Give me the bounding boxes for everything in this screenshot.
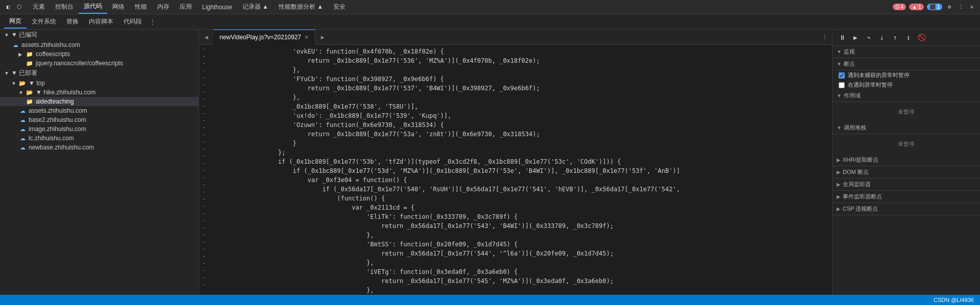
event-section-header[interactable]: ▶ 事件监听器断点 xyxy=(832,191,980,203)
diff-marker xyxy=(199,288,209,295)
scope-arrow-icon: ▼ xyxy=(837,93,842,98)
tree-item-jquery-nanoscroller[interactable]: 📁 jquery.nanoscroller/coffeescripts xyxy=(0,59,199,68)
event-arrow-icon: ▶ xyxy=(837,194,841,199)
folder-icon: 📁 xyxy=(26,98,34,105)
watch-section-header[interactable]: ▼ 监视 xyxy=(832,46,980,58)
scope-section-header[interactable]: ▼ 作用域 xyxy=(832,90,980,102)
tree-item-image[interactable]: ☁ image.zhihuishu.com xyxy=(0,124,199,134)
sec-nav-webpage[interactable]: 网页 xyxy=(4,15,27,29)
tab-scroll-left[interactable]: ◀ xyxy=(199,34,213,41)
deactivate-btn[interactable]: 🚫 xyxy=(916,32,927,43)
tab-scroll-right[interactable]: ▶ xyxy=(315,34,330,41)
nav-memory[interactable]: 内存 xyxy=(152,1,175,13)
tree-label: base2.zhihuishu.com xyxy=(29,116,86,123)
tree-item-lc[interactable]: ☁ lc.zhihuishu.com xyxy=(0,134,199,143)
secondary-nav-more[interactable]: ⋮ xyxy=(149,18,156,26)
diff-marker: - xyxy=(199,95,209,102)
code-line: 'ovkEU': function(_0x4f070b, _0x18f02e) … xyxy=(230,47,832,56)
diff-marker: - xyxy=(199,66,209,73)
line-number xyxy=(209,175,226,185)
diff-marker: - xyxy=(199,131,209,138)
pause-btn[interactable]: ⏸ xyxy=(837,32,848,43)
line-number xyxy=(209,157,226,166)
step-into-btn[interactable]: ↓ xyxy=(876,32,888,43)
nav-network[interactable]: 网络 xyxy=(107,1,130,13)
tree-item-base2[interactable]: ☁ base2.zhihuishu.com xyxy=(0,115,199,124)
warning-badge: ▲ 1 xyxy=(909,4,923,10)
nav-performance[interactable]: 性能 xyxy=(130,1,152,13)
inspect-icon[interactable]: ⬡ xyxy=(15,3,23,11)
line-number xyxy=(209,56,226,65)
sec-nav-replace[interactable]: 替换 xyxy=(61,15,84,28)
diff-marker: - xyxy=(199,116,209,123)
breakpoints-arrow-icon: ▼ xyxy=(837,61,842,67)
tab-close-icon[interactable]: ✕ xyxy=(304,34,309,41)
xhr-section-header[interactable]: ▶ XHR/提取断点 xyxy=(832,154,980,166)
step-over-btn[interactable]: ↷ xyxy=(863,32,874,43)
dom-section-header[interactable]: ▶ DOM 断点 xyxy=(832,166,980,179)
csp-arrow-icon: ▶ xyxy=(837,206,841,212)
nav-application[interactable]: 应用 xyxy=(175,1,197,13)
nav-security[interactable]: 安全 xyxy=(328,1,351,13)
arrow-icon: ▶ xyxy=(18,52,26,57)
tree-item-top[interactable]: ▼ 📂 ▼ top xyxy=(0,79,199,88)
code-line: 'EliTk': function(_0x333789, _0x3c789f) … xyxy=(230,212,832,221)
line-number xyxy=(209,240,226,249)
arrow-icon: ▼ xyxy=(4,70,11,76)
cloud-icon: ☁ xyxy=(18,135,27,142)
tree-item-assets-zhihuishu[interactable]: ☁ assets.zhihuishu.com xyxy=(0,40,199,49)
global-section-header[interactable]: ▶ 全局监听器 xyxy=(832,179,980,191)
step-out-btn[interactable]: ↑ xyxy=(890,32,901,43)
nav-recorder[interactable]: 记录器 ▲ xyxy=(237,1,274,13)
debugger-sidebar: ⏸ ▶ ↷ ↓ ↑ ↕ 🚫 ▼ 监视 ▼ 断点 遇到未捕获的异常时暂停 在遇到异… xyxy=(832,30,980,295)
uncaught-checkbox[interactable] xyxy=(839,72,845,79)
devtools-icon[interactable]: ◧ xyxy=(4,3,12,11)
resume-btn[interactable]: ▶ xyxy=(850,32,861,43)
tree-item-aidedteaching[interactable]: 📁 aidedteaching xyxy=(0,97,199,106)
tab-newvideoplay[interactable]: newVideoPlay.js?v=20210927 ✕ xyxy=(213,30,315,45)
nav-perf-data[interactable]: 性能数据分析 ▲ xyxy=(274,1,328,13)
watch-title: 监视 xyxy=(844,48,855,56)
nav-sources[interactable]: 源代码 xyxy=(79,0,107,14)
global-arrow-icon: ▶ xyxy=(837,182,841,187)
step-btn[interactable]: ↕ xyxy=(903,32,914,43)
diff-marker: - xyxy=(199,252,209,259)
nav-elements[interactable]: 元素 xyxy=(28,1,50,13)
code-line: var _0x2113cd = { xyxy=(230,203,832,212)
csp-section-header[interactable]: ▶ CSP 违规断点 xyxy=(832,203,980,215)
callstack-section-header[interactable]: ▼ 调用堆栈 xyxy=(832,122,980,134)
tab-more[interactable]: ⋮ xyxy=(818,34,832,41)
more-icon[interactable]: ⋮ xyxy=(957,3,965,11)
tree-item-already-deployed[interactable]: ▼ ▼ 已部署 xyxy=(0,68,199,79)
diff-marker: - xyxy=(199,173,209,181)
tree-item-assets-zhihuishu2[interactable]: ☁ assets.zhihuishu.com xyxy=(0,106,199,115)
cloud-icon: ☁ xyxy=(18,144,27,151)
code-line: if (_0x1bc889[_0x1e77('53b', 'tfZd')](ty… xyxy=(230,157,832,166)
dom-arrow-icon: ▶ xyxy=(837,169,841,175)
sec-nav-filesystem[interactable]: 文件系统 xyxy=(27,15,61,28)
status-bar: CSDN @LI4836 xyxy=(0,295,980,305)
tree-item-already-written[interactable]: ▼ ▼ 已编写 xyxy=(0,30,199,40)
tree-label: ▼ 已编写 xyxy=(11,31,37,39)
close-icon[interactable]: ✕ xyxy=(968,3,976,11)
caught-checkbox[interactable] xyxy=(839,82,845,88)
tree-item-coffeescripts[interactable]: ▶ 📁 coffeescripts xyxy=(0,49,199,59)
nav-console[interactable]: 控制台 xyxy=(50,1,79,13)
folder-open-icon: 📂 xyxy=(26,89,34,96)
debug-toolbar: ⏸ ▶ ↷ ↓ ↑ ↕ 🚫 xyxy=(832,30,980,46)
code-lines[interactable]: 'ovkEU': function(_0x4f070b, _0x18f02e) … xyxy=(230,45,832,295)
breakpoints-section-header[interactable]: ▼ 断点 xyxy=(832,58,980,70)
tree-item-newbase[interactable]: ☁ newbase.zhihuishu.com xyxy=(0,143,199,152)
tree-label: ▼ top xyxy=(29,80,45,87)
code-line: if (_0x1bc889[_0x1e77('53d', 'MZ%A')](_0… xyxy=(230,166,832,175)
diff-gutter: ---------------------------------- xyxy=(199,45,209,295)
tree-item-hike-zhihuishu[interactable]: ▼ 📂 ▼ hike.zhihuishu.com xyxy=(0,88,199,97)
diff-marker: - xyxy=(199,102,209,109)
checkbox-uncaught: 遇到未捕获的异常时暂停 xyxy=(832,70,980,80)
dom-title: DOM 断点 xyxy=(843,168,869,176)
sec-nav-content-scripts[interactable]: 内容脚本 xyxy=(84,15,118,28)
nav-lighthouse[interactable]: Lighthouse xyxy=(197,2,237,13)
csp-title: CSP 违规断点 xyxy=(843,205,878,213)
settings-icon[interactable]: ⚙ xyxy=(945,3,953,11)
sec-nav-snippets[interactable]: 代码段 xyxy=(118,15,147,28)
